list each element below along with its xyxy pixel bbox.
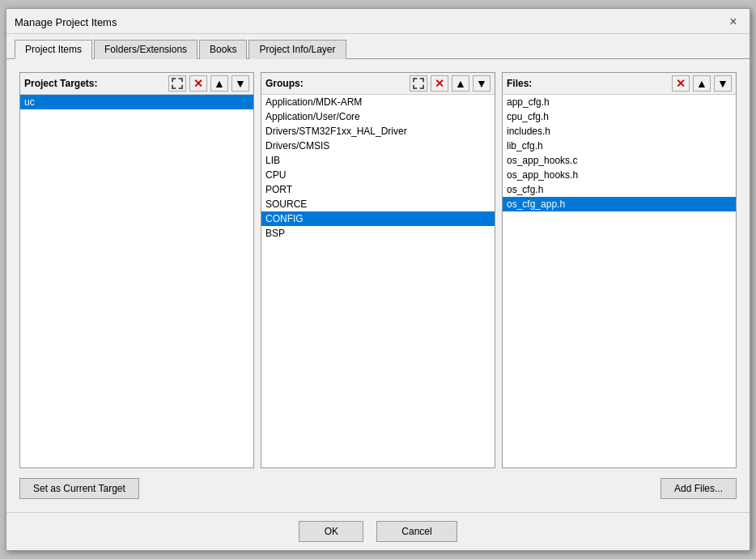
files-down-button[interactable]: ▼ bbox=[714, 75, 732, 92]
list-item[interactable]: uc bbox=[20, 95, 253, 109]
down-icon: ▼ bbox=[476, 77, 487, 90]
list-item[interactable]: lib_cfg.h bbox=[503, 139, 736, 153]
tab-books[interactable]: Books bbox=[199, 40, 247, 59]
targets-down-button[interactable]: ▼ bbox=[231, 75, 249, 92]
targets-title: Project Targets: bbox=[24, 78, 165, 89]
list-item[interactable]: SOURCE bbox=[261, 197, 495, 211]
files-delete-button[interactable]: ✕ bbox=[672, 75, 690, 92]
groups-title: Groups: bbox=[265, 78, 406, 89]
panels-container: Project Targets: ✕ ▲ ▼ uc bbox=[19, 72, 737, 468]
list-item[interactable]: Drivers/CMSIS bbox=[261, 139, 495, 153]
list-item[interactable]: cpu_cfg.h bbox=[503, 109, 736, 124]
tab-folders-extensions[interactable]: Folders/Extensions bbox=[94, 40, 197, 59]
list-item[interactable]: includes.h bbox=[503, 124, 736, 139]
up-icon: ▲ bbox=[696, 77, 707, 90]
files-up-button[interactable]: ▲ bbox=[693, 75, 711, 92]
up-icon: ▲ bbox=[455, 77, 466, 90]
new-icon bbox=[172, 78, 183, 89]
cancel-button[interactable]: Cancel bbox=[376, 521, 457, 542]
close-button[interactable]: × bbox=[725, 14, 741, 30]
down-icon: ▼ bbox=[235, 77, 246, 90]
groups-header: Groups: ✕ ▲ ▼ bbox=[261, 73, 495, 95]
files-header: Files: ✕ ▲ ▼ bbox=[503, 73, 736, 95]
manage-project-items-dialog: Manage Project Items × Project Items Fol… bbox=[6, 8, 750, 551]
targets-new-button[interactable] bbox=[168, 75, 186, 92]
dialog-footer: OK Cancel bbox=[6, 512, 750, 550]
delete-icon: ✕ bbox=[676, 77, 686, 90]
add-files-button[interactable]: Add Files... bbox=[660, 478, 737, 499]
tab-project-items[interactable]: Project Items bbox=[15, 40, 92, 59]
dialog-title: Manage Project Items bbox=[15, 16, 117, 28]
targets-delete-button[interactable]: ✕ bbox=[189, 75, 207, 92]
list-item[interactable]: os_cfg_app.h bbox=[503, 197, 736, 211]
groups-delete-button[interactable]: ✕ bbox=[431, 75, 448, 92]
down-icon: ▼ bbox=[717, 77, 728, 90]
up-icon: ▲ bbox=[214, 77, 225, 90]
files-list: app_cfg.h cpu_cfg.h includes.h lib_cfg.h… bbox=[503, 95, 736, 467]
bottom-actions: Set as Current Target Add Files... bbox=[19, 478, 737, 499]
list-item[interactable]: CONFIG bbox=[261, 211, 495, 226]
list-item[interactable]: app_cfg.h bbox=[503, 95, 736, 109]
delete-icon: ✕ bbox=[435, 77, 444, 90]
list-item[interactable]: BSP bbox=[261, 226, 495, 241]
main-content: Project Targets: ✕ ▲ ▼ uc bbox=[6, 59, 750, 512]
list-item[interactable]: Drivers/STM32F1xx_HAL_Driver bbox=[261, 124, 495, 139]
project-targets-panel: Project Targets: ✕ ▲ ▼ uc bbox=[19, 72, 254, 468]
tab-bar: Project Items Folders/Extensions Books P… bbox=[6, 34, 750, 59]
list-item[interactable]: Application/User/Core bbox=[261, 109, 495, 124]
targets-up-button[interactable]: ▲ bbox=[210, 75, 228, 92]
targets-list: uc bbox=[20, 95, 253, 467]
files-panel: Files: ✕ ▲ ▼ app_cfg.h cpu_cfg.h include… bbox=[502, 72, 737, 468]
groups-panel: Groups: ✕ ▲ ▼ Application/MDK-ARM bbox=[261, 72, 495, 468]
title-bar: Manage Project Items × bbox=[6, 9, 750, 34]
list-item[interactable]: LIB bbox=[261, 153, 495, 168]
ok-button[interactable]: OK bbox=[299, 521, 363, 542]
targets-header: Project Targets: ✕ ▲ ▼ bbox=[20, 73, 253, 95]
list-item[interactable]: os_cfg.h bbox=[503, 182, 736, 197]
files-title: Files: bbox=[507, 78, 669, 89]
list-item[interactable]: PORT bbox=[261, 182, 495, 197]
list-item[interactable]: Application/MDK-ARM bbox=[261, 95, 495, 109]
list-item[interactable]: CPU bbox=[261, 168, 495, 182]
new-icon bbox=[413, 78, 424, 89]
list-item[interactable]: os_app_hooks.c bbox=[503, 153, 736, 168]
tab-project-info-layer[interactable]: Project Info/Layer bbox=[248, 40, 346, 59]
list-item[interactable]: os_app_hooks.h bbox=[503, 168, 736, 182]
groups-up-button[interactable]: ▲ bbox=[452, 75, 469, 92]
set-current-target-button[interactable]: Set as Current Target bbox=[19, 478, 139, 499]
groups-new-button[interactable] bbox=[410, 75, 427, 92]
delete-icon: ✕ bbox=[193, 77, 203, 90]
groups-list: Application/MDK-ARM Application/User/Cor… bbox=[261, 95, 495, 467]
groups-down-button[interactable]: ▼ bbox=[473, 75, 491, 92]
